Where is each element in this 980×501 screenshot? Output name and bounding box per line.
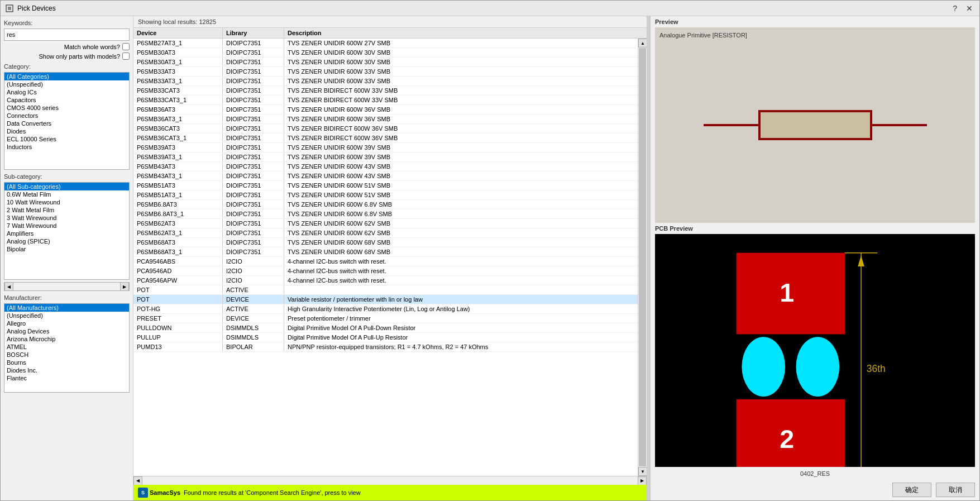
cell-device: PULLUP — [133, 333, 223, 342]
list-item[interactable]: Analog Devices — [4, 327, 129, 335]
cell-library: DIOIPC7351 — [223, 96, 284, 104]
cell-description: TVS ZENER UNIDIR 600W 33V SMB — [284, 77, 638, 85]
table-row[interactable]: P6SMB6.8AT3 DIOIPC7351 TVS ZENER UNIDIR … — [133, 200, 638, 209]
scroll-thumb[interactable] — [639, 48, 646, 466]
table-row[interactable]: POT-HG ACTIVE High Granularity Interacti… — [133, 304, 638, 314]
list-item[interactable]: (Unspecified) — [4, 312, 129, 319]
cell-description: TVS ZENER UNIDIR 600W 30V SMB — [284, 48, 638, 57]
list-item[interactable]: Allegro — [4, 319, 129, 327]
table-row[interactable]: P6SMB39AT3 DIOIPC7351 TVS ZENER UNIDIR 6… — [133, 143, 638, 152]
scroll-left-btn[interactable]: ◀ — [133, 476, 142, 485]
table-row[interactable]: POT ACTIVE — [133, 285, 638, 295]
table-row[interactable]: P6SMB33AT3 DIOIPC7351 TVS ZENER UNIDIR 6… — [133, 67, 638, 77]
bottom-bar[interactable]: S SamacSys Found more results at 'Compon… — [133, 485, 647, 500]
table-row[interactable]: P6SMB30AT3 DIOIPC7351 TVS ZENER UNIDIR 6… — [133, 48, 638, 58]
list-item[interactable]: Arizona Microchip — [4, 335, 129, 343]
list-item[interactable]: Bourns — [4, 359, 129, 366]
list-item[interactable]: (All Manufacturers) — [4, 304, 129, 312]
manufacturer-list[interactable]: (All Manufacturers) (Unspecified) Allegr… — [4, 303, 130, 393]
table-row[interactable]: P6SMB68AT3_1 DIOIPC7351 TVS ZENER UNIDIR… — [133, 247, 638, 257]
table-row[interactable]: PCA9546APW I2CIO 4-channel I2C-bus switc… — [133, 276, 638, 285]
middle-panel: Showing local results: 12825 Device Libr… — [133, 16, 647, 500]
title-bar-controls: ? ✕ — [950, 4, 975, 13]
list-item[interactable]: Analog ICs — [4, 88, 129, 96]
table-row[interactable]: P6SMB36CAT3 DIOIPC7351 TVS ZENER BIDIREC… — [133, 124, 638, 133]
table-row[interactable]: P6SMB62AT3_1 DIOIPC7351 TVS ZENER UNIDIR… — [133, 228, 638, 238]
table-body[interactable]: P6SMB27AT3_1 DIOIPC7351 TVS ZENER UNIDIR… — [133, 39, 638, 476]
list-item[interactable]: Diodes Inc. — [4, 366, 129, 374]
table-row[interactable]: P6SMB39AT3_1 DIOIPC7351 TVS ZENER UNIDIR… — [133, 152, 638, 162]
list-item[interactable]: 10 Watt Wirewound — [4, 198, 129, 206]
table-row[interactable]: P6SMB68AT3 DIOIPC7351 TVS ZENER UNIDIR 6… — [133, 238, 638, 247]
scroll-right-btn[interactable]: ▶ — [120, 282, 129, 291]
list-item[interactable]: (All Sub-categories) — [4, 183, 129, 190]
list-item[interactable]: 3 Watt Wirewound — [4, 214, 129, 222]
scroll-left-btn[interactable]: ◀ — [4, 282, 13, 291]
list-item[interactable]: Flantec — [4, 374, 129, 382]
list-item[interactable]: Analog (SPICE) — [4, 237, 129, 245]
table-row[interactable]: P6SMB62AT3 DIOIPC7351 TVS ZENER UNIDIR 6… — [133, 219, 638, 228]
table-row[interactable]: P6SMB27AT3_1 DIOIPC7351 TVS ZENER UNIDIR… — [133, 39, 638, 48]
cell-device: PCA9546ABS — [133, 257, 223, 266]
table-row[interactable]: PULLDOWN DSIMMDLS Digital Primitive Mode… — [133, 323, 638, 333]
match-whole-words-checkbox[interactable] — [122, 43, 130, 50]
list-item[interactable]: Amplifiers — [4, 230, 129, 237]
table-row[interactable]: P6SMB43AT3 DIOIPC7351 TVS ZENER UNIDIR 6… — [133, 162, 638, 171]
table-row[interactable]: P6SMB33AT3_1 DIOIPC7351 TVS ZENER UNIDIR… — [133, 77, 638, 86]
table-row[interactable]: P6SMB51AT3_1 DIOIPC7351 TVS ZENER UNIDIR… — [133, 190, 638, 200]
subcategory-scrollbar[interactable]: ◀ ▶ — [4, 282, 130, 291]
table-row[interactable]: P6SMB6.8AT3_1 DIOIPC7351 TVS ZENER UNIDI… — [133, 209, 638, 219]
main-window: Pick Devices ? ✕ Keywords: Match whole w… — [0, 0, 980, 501]
cell-description: Digital Primitive Model Of A Pull-Down R… — [284, 323, 638, 332]
list-item[interactable]: CMOS 4000 series — [4, 104, 129, 112]
schematic-preview: Analogue Primitive [RESISTOR] — [655, 27, 975, 223]
table-row[interactable]: P6SMB43AT3_1 DIOIPC7351 TVS ZENER UNIDIR… — [133, 171, 638, 181]
table-row[interactable]: P6SMB36CAT3_1 DIOIPC7351 TVS ZENER BIDIR… — [133, 133, 638, 143]
scroll-right-btn[interactable]: ▶ — [638, 476, 647, 485]
category-list[interactable]: (All Categories) (Unspecified) Analog IC… — [4, 72, 130, 170]
list-item[interactable]: 2 Watt Metal Film — [4, 206, 129, 214]
table-row[interactable]: P6SMB36AT3_1 DIOIPC7351 TVS ZENER UNIDIR… — [133, 114, 638, 124]
table-row[interactable]: P6SMB30AT3_1 DIOIPC7351 TVS ZENER UNIDIR… — [133, 58, 638, 67]
table-row[interactable]: P6SMB33CAT3_1 DIOIPC7351 TVS ZENER BIDIR… — [133, 96, 638, 105]
close-button[interactable]: ✕ — [964, 4, 975, 13]
vertical-scrollbar[interactable]: ▲ ▼ — [638, 39, 647, 476]
table-row[interactable]: PCA9546ABS I2CIO 4-channel I2C-bus switc… — [133, 257, 638, 266]
subcategory-list[interactable]: (All Sub-categories) 0.6W Metal Film 10 … — [4, 182, 130, 280]
scroll-down-btn[interactable]: ▼ — [638, 467, 647, 476]
list-item[interactable]: (All Categories) — [4, 73, 129, 80]
help-button[interactable]: ? — [950, 4, 959, 13]
list-item[interactable]: ATMEL — [4, 343, 129, 351]
list-item[interactable]: Capacitors — [4, 96, 129, 104]
table-row[interactable]: P6SMB33CAT3 DIOIPC7351 TVS ZENER BIDIREC… — [133, 86, 638, 96]
cell-device: P6SMB51AT3 — [133, 181, 223, 190]
list-item[interactable]: Diodes — [4, 127, 129, 135]
table-row[interactable]: P6SMB36AT3 DIOIPC7351 TVS ZENER UNIDIR 6… — [133, 105, 638, 114]
list-item[interactable]: Data Converters — [4, 120, 129, 127]
list-item[interactable]: ECL 10000 Series — [4, 135, 129, 143]
list-item[interactable]: 0.6W Metal Film — [4, 190, 129, 198]
cell-device: P6SMB30AT3 — [133, 48, 223, 57]
cell-library: DIOIPC7351 — [223, 171, 284, 180]
table-row[interactable]: PRESET DEVICE Preset potentiometer / tri… — [133, 314, 638, 323]
table-row[interactable]: PCA9546AD I2CIO 4-channel I2C-bus switch… — [133, 266, 638, 276]
keywords-input[interactable] — [4, 28, 130, 41]
list-item[interactable]: 7 Watt Wirewound — [4, 222, 129, 230]
list-item[interactable]: Bipolar — [4, 245, 129, 253]
table-row[interactable]: P6SMB51AT3 DIOIPC7351 TVS ZENER UNIDIR 6… — [133, 181, 638, 190]
scroll-up-btn[interactable]: ▲ — [638, 39, 647, 47]
list-item[interactable]: (Unspecified) — [4, 80, 129, 88]
list-item[interactable]: Inductors — [4, 143, 129, 151]
table-row[interactable]: PUMD13 BIPOLAR NPN/PNP resistor-equipped… — [133, 342, 638, 352]
cancel-button[interactable]: 取消 — [936, 483, 975, 497]
cell-device: P6SMB36AT3_1 — [133, 114, 223, 123]
table-horizontal-scrollbar[interactable]: ◀ ▶ — [133, 476, 647, 485]
show-only-parts-checkbox[interactable] — [122, 53, 130, 60]
list-item[interactable]: BOSCH — [4, 351, 129, 359]
cell-device: P6SMB33CAT3_1 — [133, 96, 223, 104]
table-row[interactable]: POT DEVICE Variable resistor / potentiom… — [133, 295, 638, 304]
confirm-button[interactable]: 确定 — [892, 483, 931, 497]
cell-library: DIOIPC7351 — [223, 162, 284, 171]
table-row[interactable]: PULLUP DSIMMDLS Digital Primitive Model … — [133, 333, 638, 342]
list-item[interactable]: Connectors — [4, 112, 129, 120]
